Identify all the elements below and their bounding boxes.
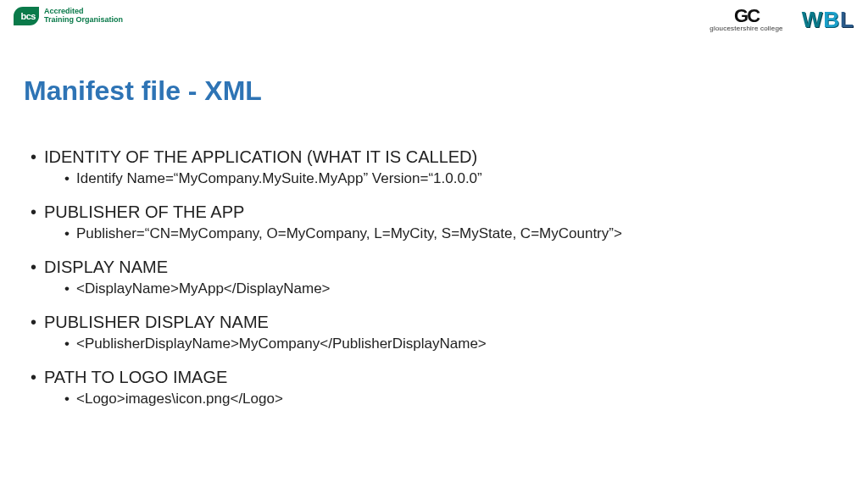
item-heading: DISPLAY NAME [44, 258, 844, 277]
sub-item: Identify Name=“MyCompany.MySuite.MyApp” … [64, 170, 844, 187]
header: bcs Accredited Training Organisation GC … [0, 0, 868, 33]
list-item: PUBLISHER OF THE APPPublisher=“CN=MyComp… [31, 202, 844, 242]
wbl-b: B [823, 7, 840, 32]
item-heading: PUBLISHER DISPLAY NAME [44, 313, 844, 332]
bcs-mark-icon: bcs [14, 7, 39, 25]
right-logos: GC gloucestershire college WBL [709, 7, 854, 33]
wbl-w: W [802, 7, 824, 32]
bcs-tagline: Accredited Training Organisation [44, 8, 123, 25]
bcs-line2: Training Organisation [44, 16, 123, 25]
bcs-mark-text: bcs [21, 11, 36, 21]
page-title: Manifest file - XML [24, 75, 844, 107]
sub-item: <DisplayName>MyApp</DisplayName> [64, 280, 844, 297]
sub-item: Publisher=“CN=MyCompany, O=MyCompany, L=… [64, 225, 844, 242]
sub-list: Publisher=“CN=MyCompany, O=MyCompany, L=… [44, 225, 844, 242]
item-heading: IDENTITY OF THE APPLICATION (WHAT IT IS … [44, 147, 844, 167]
sub-list: <DisplayName>MyApp</DisplayName> [44, 280, 844, 297]
item-heading: PATH TO LOGO IMAGE [44, 368, 844, 387]
sub-list: <PublisherDisplayName>MyCompany</Publish… [44, 336, 844, 352]
item-heading: PUBLISHER OF THE APP [44, 202, 844, 222]
sub-list: Identify Name=“MyCompany.MySuite.MyApp” … [44, 170, 844, 187]
list-item: PATH TO LOGO IMAGE<Logo>images\icon.png<… [31, 368, 844, 408]
wbl-logo: WBL [802, 7, 854, 33]
list-item: DISPLAY NAME<DisplayName>MyApp</DisplayN… [31, 258, 844, 297]
list-item: IDENTITY OF THE APPLICATION (WHAT IT IS … [31, 147, 844, 187]
gc-mark: GC [709, 8, 782, 25]
bullet-list: IDENTITY OF THE APPLICATION (WHAT IT IS … [24, 147, 844, 408]
wbl-l: L [840, 7, 854, 32]
bcs-logo: bcs Accredited Training Organisation [14, 7, 123, 25]
gc-logo: GC gloucestershire college [709, 8, 782, 32]
sub-item: <PublisherDisplayName>MyCompany</Publish… [64, 336, 844, 352]
sub-list: <Logo>images\icon.png</Logo> [44, 391, 844, 408]
list-item: PUBLISHER DISPLAY NAME<PublisherDisplayN… [31, 313, 844, 352]
sub-item: <Logo>images\icon.png</Logo> [64, 391, 844, 408]
slide-content: Manifest file - XML IDENTITY OF THE APPL… [0, 33, 868, 408]
gc-subtitle: gloucestershire college [709, 25, 782, 32]
